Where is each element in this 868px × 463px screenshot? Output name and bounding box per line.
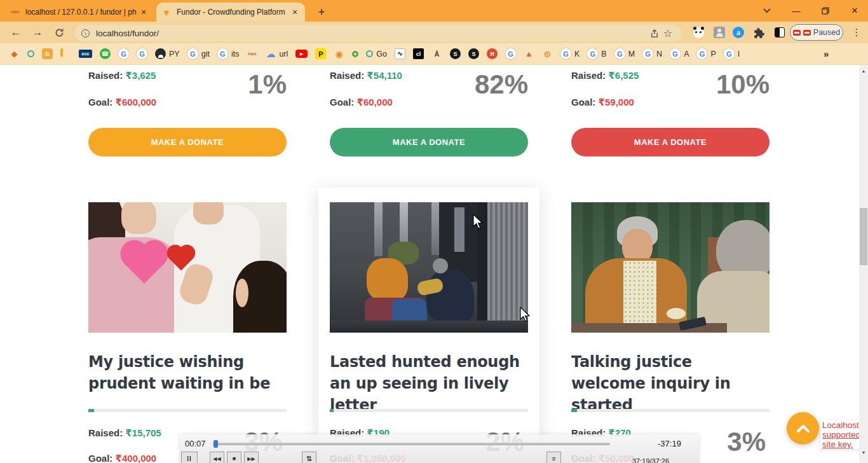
campaign-title[interactable]: My justice wishing prudent waiting in be [88,351,287,394]
url-text[interactable]: localhost/fundor/ [96,29,647,38]
stop-button[interactable]: ■ [227,452,241,463]
bookmark[interactable] [413,48,424,59]
share-icon[interactable] [647,26,661,40]
bookmark[interactable] [468,48,479,59]
campaign-title[interactable]: Lasted hunted enough an up seeing in liv… [330,351,528,416]
bookmark[interactable]: git [187,48,210,59]
bookmark[interactable] [542,48,553,59]
new-tab-button[interactable]: + [314,4,329,20]
bookmark[interactable]: B [587,48,606,59]
bookmark[interactable] [118,48,129,59]
bookmark[interactable] [137,48,147,59]
recorder-badge-icon [803,30,811,36]
progress-bar [88,409,287,412]
next-button[interactable]: ▶▶ [244,452,259,463]
bookmark[interactable] [352,51,358,57]
cloud-icon [265,48,276,59]
goal-stat: Goal: ₹600,000 [88,97,156,108]
extensions-puzzle-icon[interactable] [752,25,766,39]
google-icon [724,48,735,59]
bookmark[interactable] [431,48,442,59]
campaign-title[interactable]: Talking justice welcome inquiry in start… [571,351,770,416]
bookmark[interactable] [505,48,516,59]
scroll-to-top-button[interactable] [787,412,819,445]
window-minimize-button[interactable]: — [787,0,806,22]
bookmark[interactable] [100,48,111,59]
bar-chart-icon [60,48,71,59]
dark-reader-extension-icon[interactable] [773,25,787,39]
bookmark[interactable]: I [724,48,740,59]
bookmark[interactable]: A [670,48,689,59]
tab-phpmyadmin[interactable]: PMA localhost / 127.0.0.1 / fundor | ph … [5,3,154,22]
raised-stat: Raised: ₹6,525 [571,70,639,81]
bookmark[interactable] [247,48,257,59]
bookmark[interactable]: its [217,48,240,59]
back-button[interactable]: ← [8,24,24,41]
bookmark[interactable] [9,48,20,59]
phpmyadmin-favicon-icon: PMA [10,7,20,17]
remaining-time: -37:19 [658,439,681,448]
goal-stat: Goal: ₹59,000 [571,97,634,108]
orange-diamond-icon [9,48,20,59]
forward-button[interactable]: → [29,24,46,41]
bookmark[interactable] [60,48,71,59]
bookmark[interactable]: Go [366,50,387,59]
bookmark[interactable]: N [642,48,662,59]
window-chevron-down-icon[interactable] [757,0,776,22]
mixer-button[interactable]: ⇅ [302,452,316,463]
make-a-donate-button[interactable]: MAKE A DONATE [88,128,287,156]
campaign-image[interactable] [330,202,528,333]
bookmark[interactable] [450,48,461,59]
bookmark[interactable] [487,48,498,59]
browser-menu-icon[interactable]: ⋮ [850,25,863,40]
google-icon [587,48,598,59]
playlist-button[interactable]: ≡ [546,452,561,463]
bookmark[interactable]: PY [155,48,180,59]
bookmark[interactable]: M [614,48,635,59]
bookmark[interactable]: K [560,48,580,59]
bookmark[interactable]: P [696,48,715,59]
recaptcha-link[interactable]: supported [822,430,860,439]
window-close-button[interactable]: × [845,0,864,22]
page-scrollbar[interactable]: ▲ ▼ [859,65,868,463]
bookmark[interactable] [79,50,92,58]
window-restore-button[interactable] [816,0,835,22]
bookmark[interactable] [42,48,53,59]
previous-button[interactable]: ◀◀ [210,452,224,463]
scrollbar-up-icon[interactable]: ▲ [859,66,868,75]
bookmark[interactable]: url [265,48,288,59]
campaign-image[interactable] [88,202,287,333]
paused-extension-badge[interactable]: Paused [790,24,843,41]
reload-button[interactable] [51,24,67,41]
bookmark[interactable] [395,48,405,59]
bookmark[interactable] [27,50,34,57]
bookmark-star-icon[interactable]: ☆ [661,26,675,40]
bookmarks-bar: PY git its url [0,43,868,65]
panda-extension-icon[interactable] [691,25,705,39]
bookmark[interactable] [334,48,344,59]
seek-slider[interactable] [213,443,610,445]
bookmark[interactable] [295,50,308,58]
raised-stat: Raised: ₹3,625 [88,70,156,81]
bookmark[interactable] [315,48,326,59]
make-a-donate-button[interactable]: MAKE A DONATE [571,128,770,156]
seek-thumb[interactable] [214,440,218,448]
site-info-icon[interactable]: i [81,29,90,38]
tab-close-icon[interactable]: × [290,7,300,17]
bookmarks-overflow-chevron[interactable]: » [824,48,829,59]
chevron-up-icon [797,424,810,432]
tab-close-icon[interactable]: × [139,7,149,17]
campaign-image[interactable] [571,202,770,333]
person-extension-icon[interactable] [712,25,726,39]
pause-button[interactable]: II [181,452,198,463]
make-a-donate-button[interactable]: MAKE A DONATE [330,128,528,156]
address-bar[interactable]: i localhost/fundor/ ☆ [75,25,681,41]
tab-fundor[interactable]: ♥ Fundor - Crowdfunding Platform × [156,3,305,22]
a-extension-icon[interactable]: a [731,25,745,39]
bookmark[interactable] [524,48,534,59]
scrollbar-down-icon[interactable]: ▼ [859,448,868,457]
goal-stat: Goal: ₹400,000 [88,453,156,463]
scrollbar-thumb[interactable] [860,208,867,265]
recaptcha-link[interactable]: site key. [822,439,853,449]
paused-label: Paused [813,28,840,37]
